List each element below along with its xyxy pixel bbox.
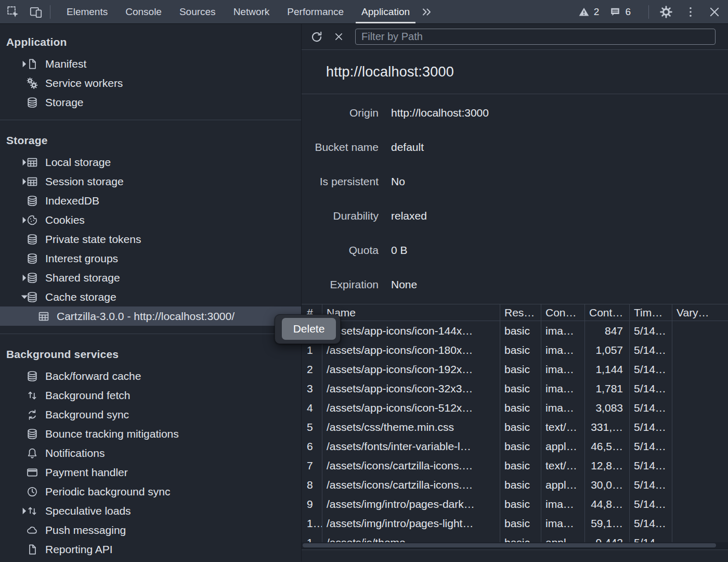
sidebar-item-label: Background fetch <box>45 389 130 402</box>
tab-console[interactable]: Console <box>120 0 167 23</box>
sidebar-item-private-state-tokens[interactable]: Private state tokens <box>0 229 301 249</box>
inspect-element-button[interactable] <box>6 5 20 19</box>
cache-entry-row[interactable]: 8/assets/icons/cartzilla-icons.…basicapp… <box>302 475 728 494</box>
column-header-res[interactable]: Res… <box>500 304 541 321</box>
sidebar-item-cartzilla-3-0-0-http-localhost-3000[interactable]: Cartzilla-3.0.0 - http://localhost:3000/ <box>0 306 301 326</box>
content-type: ima… <box>541 494 585 514</box>
context-menu-item-delete[interactable]: Delete <box>282 318 336 340</box>
sidebar-item-push-messaging[interactable]: Push messaging <box>0 520 301 540</box>
sidebar-item-reporting-api[interactable]: Reporting API <box>0 540 301 559</box>
cache-entry-row[interactable]: 1…/assets/js/theme…basicappl…9,4425/14… <box>302 533 728 542</box>
sidebar-item-speculative-loads[interactable]: Speculative loads <box>0 501 301 520</box>
response-type: basic <box>500 398 541 417</box>
file-icon <box>26 543 38 556</box>
sidebar-item-storage[interactable]: Storage <box>0 93 301 112</box>
expander-closed-icon[interactable] <box>14 58 22 70</box>
clear-filter-x-icon <box>333 31 344 42</box>
more-options-button[interactable] <box>684 6 697 18</box>
expander-closed-icon[interactable] <box>14 156 22 169</box>
sidebar-item-payment-handler[interactable]: Payment handler <box>0 463 301 482</box>
sidebar-item-back-forward-cache[interactable]: Back/forward cache <box>0 366 301 386</box>
expander-open-icon[interactable] <box>14 291 22 303</box>
clear-filter-button[interactable] <box>333 31 344 42</box>
context-menu: Delete <box>275 314 341 344</box>
cache-entry-row[interactable]: 4/assets/app-icons/icon-512x…basicima…3,… <box>302 398 728 417</box>
grid-icon <box>37 310 50 323</box>
cache-entry-row[interactable]: 9/assets/img/intro/pages-dark…basicima…4… <box>302 494 728 514</box>
preview-pane-empty <box>302 550 728 561</box>
sidebar-item-label: Cartzilla-3.0.0 - http://localhost:3000/ <box>57 310 235 323</box>
cache-entry-row[interactable]: 1…/assets/img/intro/pages-light…basicima… <box>302 514 728 533</box>
cache-storage-view: http://localhost:3000 Originhttp://local… <box>302 24 728 561</box>
tab-elements[interactable]: Elements <box>61 0 113 23</box>
cache-entry-row[interactable]: 6/assets/fonts/inter-variable-l…basicapp… <box>302 437 728 456</box>
updown-icon <box>26 505 38 517</box>
time-cached: 5/14… <box>630 379 672 398</box>
cache-entry-row[interactable]: 3/assets/app-icons/icon-32x3…basicima…1,… <box>302 379 728 398</box>
time-cached: 5/14… <box>630 494 672 514</box>
content-type: appl… <box>541 533 585 542</box>
cache-table-body: 0/assets/app-icons/icon-144x…basicima…84… <box>302 321 728 542</box>
cache-table-header: #NameRes…Con…Cont…Tim…Vary… <box>302 304 728 321</box>
expander-closed-icon[interactable] <box>14 175 22 188</box>
column-header-vary[interactable]: Vary… <box>672 304 728 321</box>
column-header-cont[interactable]: Cont… <box>585 304 630 321</box>
meta-row-is-persistent: Is persistentNo <box>302 164 728 199</box>
entry-name: /assets/js/theme… <box>322 533 500 542</box>
column-header-tim[interactable]: Tim… <box>630 304 672 321</box>
sidebar-item-background-fetch[interactable]: Background fetch <box>0 386 301 405</box>
device-toolbar-button[interactable] <box>29 5 43 19</box>
cache-entry-row[interactable]: 7/assets/icons/cartzilla-icons.…basictex… <box>302 456 728 475</box>
sidebar-item-background-sync[interactable]: Background sync <box>0 405 301 424</box>
console-messages-indicator[interactable]: 6 <box>609 6 631 18</box>
sidebar-item-cookies[interactable]: Cookies <box>0 210 301 229</box>
tab-application[interactable]: Application <box>356 0 415 23</box>
refresh-button[interactable] <box>310 30 323 44</box>
row-index: 2 <box>302 360 322 379</box>
cache-entry-row[interactable]: 1/assets/app-icons/icon-180x…basicima…1,… <box>302 340 728 360</box>
horizontal-scrollbar[interactable] <box>302 542 728 548</box>
expander-closed-icon[interactable] <box>14 505 22 517</box>
cookie-icon <box>26 214 38 226</box>
cache-entry-row[interactable]: 0/assets/app-icons/icon-144x…basicima…84… <box>302 321 728 340</box>
time-cached: 5/14… <box>630 398 672 417</box>
sidebar-item-label: Session storage <box>45 175 124 188</box>
content-length: 9,442 <box>585 533 630 542</box>
device-toolbar-icon <box>29 5 43 19</box>
expander-closed-icon[interactable] <box>14 214 22 226</box>
cache-entry-row[interactable]: 5/assets/css/theme.min.cssbasictext/…331… <box>302 417 728 437</box>
close-devtools-button[interactable] <box>708 6 721 18</box>
column-header-name[interactable]: Name <box>322 304 500 321</box>
sidebar-item-service-workers[interactable]: Service workers <box>0 73 301 93</box>
warnings-indicator[interactable]: 2 <box>578 6 600 18</box>
refresh-icon <box>310 30 323 44</box>
sidebar-item-session-storage[interactable]: Session storage <box>0 172 301 191</box>
sidebar-item-cache-storage[interactable]: Cache storage <box>0 287 301 306</box>
cache-entry-row[interactable]: 2/assets/app-icons/icon-192x…basicima…1,… <box>302 360 728 379</box>
kebab-menu-icon <box>684 6 697 18</box>
more-tabs-button[interactable] <box>421 6 433 18</box>
expander-closed-icon[interactable] <box>14 272 22 284</box>
filter-by-path-input[interactable] <box>355 29 716 45</box>
tab-network[interactable]: Network <box>228 0 276 23</box>
entry-name: /assets/app-icons/icon-144x… <box>322 321 500 340</box>
sidebar-item-local-storage[interactable]: Local storage <box>0 152 301 172</box>
sidebar-item-bounce-tracking-mitigations[interactable]: Bounce tracking mitigations <box>0 424 301 443</box>
content-type: text/… <box>541 417 585 437</box>
meta-row-bucket-name: Bucket namedefault <box>302 130 728 164</box>
tab-performance[interactable]: Performance <box>281 0 349 23</box>
sidebar-item-indexeddb[interactable]: IndexedDB <box>0 191 301 210</box>
sidebar-item-shared-storage[interactable]: Shared storage <box>0 268 301 287</box>
tab-sources[interactable]: Sources <box>174 0 222 23</box>
settings-button[interactable] <box>659 5 673 19</box>
sidebar-item-interest-groups[interactable]: Interest groups <box>0 249 301 268</box>
scrollbar-thumb[interactable] <box>303 543 716 547</box>
meta-value: relaxed <box>391 210 427 222</box>
sidebar-item-periodic-background-sync[interactable]: Periodic background sync <box>0 482 301 501</box>
devtools-window: ElementsConsoleSourcesNetworkPerformance… <box>0 0 728 562</box>
warning-icon <box>578 6 590 18</box>
sidebar-item-manifest[interactable]: Manifest <box>0 54 301 73</box>
sidebar-item-notifications[interactable]: Notifications <box>0 443 301 463</box>
column-header-con[interactable]: Con… <box>541 304 585 321</box>
sidebar-item-label: Reporting API <box>45 543 113 556</box>
